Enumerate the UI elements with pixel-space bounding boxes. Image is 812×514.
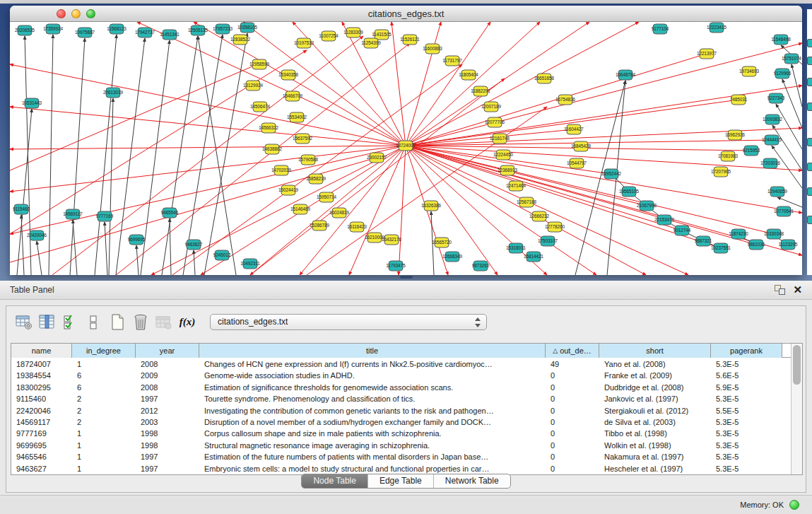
network-node[interactable]: 9227343 [767, 93, 785, 103]
network-node[interactable]: 12778260 [545, 222, 565, 232]
network-node[interactable]: 9777169 [96, 211, 114, 221]
network-node[interactable]: 11526121 [400, 35, 420, 45]
network-window-titlebar[interactable]: citations_edges.txt [10, 6, 802, 22]
table-row[interactable]: 911546021997Tourette syndrome. Phenomeno… [11, 393, 791, 404]
network-node[interactable]: 9012744 [673, 226, 691, 235]
network-node[interactable]: 9861036 [748, 240, 765, 250]
citation-edge-black[interactable] [17, 109, 32, 275]
citation-edge-red[interactable] [172, 64, 462, 275]
network-node[interactable]: 23002157 [367, 153, 387, 163]
network-node[interactable]: 12077706 [485, 117, 505, 127]
network-node[interactable]: 22153478 [654, 215, 675, 225]
citation-edge-red[interactable] [349, 146, 406, 275]
network-node[interactable]: 12668349 [442, 252, 463, 262]
network-node[interactable]: 17207965 [711, 167, 731, 177]
citation-edge-black[interactable] [777, 197, 802, 207]
table-row[interactable]: 1830029562008Estimation of significance … [11, 382, 791, 393]
network-node[interactable]: 16962926 [725, 130, 746, 140]
network-node[interactable]: 10330348 [764, 229, 784, 239]
network-node[interactable]: 15466709 [283, 91, 303, 101]
float-panel-icon[interactable] [775, 285, 785, 295]
network-node[interactable]: 11874230 [729, 229, 748, 239]
network-node[interactable]: 17503107 [538, 236, 558, 246]
network-node[interactable]: 17203016 [760, 158, 781, 168]
network-node[interactable]: 11882291 [471, 86, 490, 96]
citation-edge-red[interactable] [250, 78, 505, 275]
table-row[interactable]: 2242004622012Investigating the contribut… [11, 405, 791, 416]
network-node[interactable]: 11604427 [564, 124, 584, 134]
close-panel-icon[interactable]: ✕ [793, 284, 802, 296]
citation-edge-black[interactable] [105, 222, 107, 275]
network-node[interactable]: 12224450 [493, 150, 514, 160]
network-node[interactable]: 16432176 [382, 235, 402, 245]
network-node[interactable]: 11600883 [423, 44, 442, 54]
table-row[interactable]: 969969511998Structural magnetic resonanc… [11, 440, 791, 451]
column-header-title[interactable]: title [199, 344, 546, 358]
citation-edge-red[interactable] [10, 64, 257, 170]
memory-status-indicator[interactable] [789, 500, 799, 510]
network-node[interactable]: 17081983 [718, 151, 739, 161]
citation-edge-black[interactable] [73, 220, 77, 275]
network-node[interactable]: 20206535 [15, 25, 35, 35]
citation-edge-red[interactable] [250, 146, 406, 275]
network-node[interactable]: 11123295 [778, 240, 798, 250]
network-node[interactable]: 20613019 [103, 88, 124, 98]
citation-edge-black[interactable] [37, 241, 42, 275]
network-node[interactable]: 12213977 [697, 49, 717, 59]
network-node[interactable]: 9699695 [128, 235, 146, 245]
network-node[interactable]: 15858239 [306, 174, 326, 184]
network-node[interactable]: 11548498 [771, 35, 791, 45]
network-node[interactable]: 7485031 [730, 95, 748, 105]
table-row[interactable]: 1872400712008Changes of HCN gene express… [11, 358, 791, 370]
network-node[interactable]: 14702039 [271, 165, 292, 175]
column-header-short[interactable]: short [599, 344, 711, 358]
network-node[interactable]: 9873260 [472, 261, 490, 271]
table-scrollbar-thumb[interactable] [793, 345, 801, 385]
network-node[interactable]: 15340358 [278, 70, 299, 80]
citation-edge-red[interactable] [406, 100, 739, 146]
network-node[interactable]: 12666232 [529, 211, 550, 221]
network-node[interactable]: 11007254 [319, 31, 339, 41]
network-table-select[interactable]: citations_edges.txt [210, 314, 487, 330]
citation-edge-red[interactable] [52, 36, 363, 275]
citation-edge-red[interactable] [10, 64, 406, 146]
network-node[interactable]: 11805404 [459, 70, 478, 80]
citation-edge-red[interactable] [116, 43, 410, 275]
network-node[interactable]: 11793475 [386, 261, 406, 271]
citation-edge-black[interactable] [776, 104, 802, 149]
network-node[interactable]: 9215953 [743, 146, 760, 156]
network-node[interactable]: 11451341 [160, 30, 180, 40]
citation-edge-red[interactable] [406, 22, 540, 146]
citation-edge-red[interactable] [406, 22, 639, 146]
function-builder-icon[interactable]: f(x) [177, 312, 198, 333]
network-node[interactable]: 11254399 [361, 38, 381, 48]
show-column-icon[interactable] [37, 312, 58, 333]
table-row[interactable]: 977716911998Corpus callosum shape and si… [11, 428, 791, 439]
citation-edge-black[interactable] [162, 36, 198, 275]
network-node[interactable]: 15286789 [310, 221, 330, 230]
new-column-icon[interactable] [107, 312, 128, 333]
network-node[interactable]: 16814421 [524, 252, 544, 262]
network-node[interactable]: 10237551 [711, 243, 731, 253]
citation-edge-black[interactable] [70, 38, 85, 275]
network-node[interactable]: 16326386 [421, 201, 442, 211]
network-node[interactable]: 16651658 [534, 74, 555, 83]
column-header-out_degree[interactable]: △out_de… [546, 344, 599, 358]
network-node[interactable]: 16024819 [329, 208, 350, 218]
network-node[interactable]: 15146469 [290, 204, 311, 214]
citation-edge-black[interactable] [204, 33, 247, 275]
network-node[interactable]: 10544797 [567, 158, 587, 168]
network-node[interactable]: 9115460 [13, 204, 30, 214]
network-node[interactable]: 16648784 [616, 70, 636, 80]
network-node[interactable]: 15751074 [782, 54, 802, 64]
network-node[interactable]: 16116423 [347, 222, 367, 232]
citation-edge-black[interactable] [194, 250, 195, 275]
column-header-pagerank[interactable]: pagerank [711, 344, 782, 358]
deselect-all-icon[interactable] [83, 312, 105, 333]
table-row[interactable]: 946554611997Estimation of the future num… [11, 451, 791, 462]
network-node[interactable]: 15950714 [317, 192, 337, 202]
citation-edge-black[interactable] [109, 98, 113, 275]
citation-edge-red[interactable] [406, 146, 802, 213]
network-node[interactable]: 15318031 [506, 243, 526, 253]
network-node[interactable]: 9463627 [185, 240, 203, 250]
